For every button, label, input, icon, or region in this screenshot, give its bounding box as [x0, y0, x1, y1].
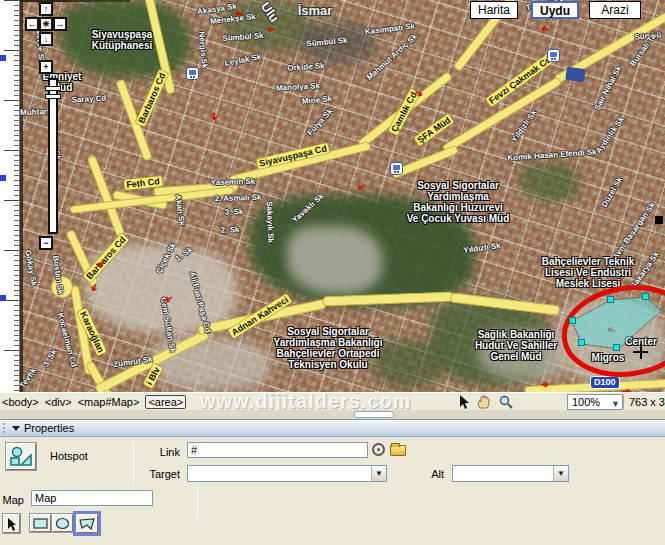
link-label: Link [140, 446, 180, 458]
scrollbar-thumb[interactable] [354, 411, 394, 418]
ruler-mark [0, 295, 6, 301]
pan-left-button[interactable]: ← [25, 17, 39, 31]
app-window: Akasya SkMenekşe SkSümbül SkSümbül SkSüm… [0, 0, 665, 545]
horizontal-scrollbar [0, 410, 665, 419]
hotspot-vertex-handle[interactable] [642, 293, 649, 300]
hotspot-shapes-icon [8, 446, 34, 468]
vertical-ruler [0, 0, 20, 392]
collapse-arrow-icon[interactable] [12, 426, 20, 431]
point-to-file-icon[interactable] [372, 443, 385, 456]
target-value [188, 470, 191, 482]
magnification-select[interactable]: 100% ▼ [567, 394, 623, 410]
panel-grip[interactable] [2, 422, 6, 435]
map-type-button-arazi[interactable]: Arazi [589, 1, 641, 19]
zoom-slider-handle[interactable] [45, 86, 61, 91]
target-label: Target [140, 468, 180, 480]
properties-title: Properties [24, 420, 74, 437]
ruler-mark [0, 55, 6, 61]
properties-header[interactable]: Properties [0, 420, 665, 437]
pan-up-button[interactable]: ↑ [39, 2, 53, 16]
zoom-slider-track[interactable] [48, 78, 58, 234]
divider [133, 442, 134, 484]
pan-down-button[interactable]: ↓ [39, 32, 53, 46]
design-view-canvas[interactable]: Akasya SkMenekşe SkSümbül SkSümbül SkSüm… [20, 0, 665, 392]
map-name-label: Map [0, 494, 24, 506]
alt-value [453, 470, 456, 482]
pointer-hotspot-tool[interactable] [3, 514, 20, 533]
target-select[interactable]: ▼ [187, 465, 387, 482]
tag-selector: <body><div><map#Map><area> [2, 395, 186, 409]
map-type-button-harita[interactable]: Harita [470, 1, 518, 19]
hotspot-vertex-handle[interactable] [607, 296, 614, 303]
hotspot-vertex-handle[interactable] [613, 344, 620, 351]
status-bar: www.dijitalders.com <body><div><map#Map>… [0, 392, 665, 410]
pan-right-button[interactable]: → [53, 17, 67, 31]
map-type-button-uydu[interactable]: Uydu [531, 1, 579, 19]
divider [197, 486, 198, 518]
ruler-mark [0, 175, 6, 181]
browse-folder-icon[interactable] [390, 445, 406, 456]
window-size-indicator[interactable]: 763 x 3 [623, 395, 665, 409]
hotspot-overlay [20, 0, 665, 392]
alt-label: Alt [408, 468, 444, 480]
map-name-input[interactable] [31, 490, 153, 506]
zoom-in-button[interactable]: + [39, 60, 53, 74]
zoom-out-button[interactable]: − [39, 236, 53, 250]
tag-area[interactable]: <area> [145, 395, 186, 409]
hotspot-vertex-handle[interactable] [578, 339, 585, 346]
zoom-tool-icon[interactable] [499, 395, 513, 409]
select-tool-icon[interactable] [459, 395, 470, 409]
crosshair-cursor [633, 344, 648, 359]
hotspot-vertex-handle[interactable] [569, 317, 576, 324]
rectangle-hotspot-tool[interactable] [30, 514, 51, 532]
tag-body[interactable]: <body> [2, 396, 39, 408]
tag-mapMap[interactable]: <map#Map> [78, 396, 140, 408]
alt-select[interactable]: ▼ [452, 465, 569, 482]
link-input[interactable] [187, 442, 368, 458]
chevron-down-icon[interactable]: ▼ [553, 466, 568, 481]
chevron-down-icon: ▼ [611, 397, 620, 411]
magnification-value: 100% [572, 396, 600, 408]
polygon-hotspot-tool[interactable] [76, 514, 98, 533]
hotspot-icon-button[interactable] [6, 443, 36, 470]
chevron-down-icon[interactable]: ▼ [371, 466, 386, 481]
tag-div[interactable]: <div> [45, 396, 72, 408]
oval-hotspot-tool[interactable] [52, 514, 73, 532]
pan-center-button[interactable]: ✳ [39, 17, 53, 31]
hand-tool-icon[interactable] [477, 395, 492, 409]
zoom-slider-tick [45, 94, 61, 99]
image-resize-handle[interactable] [655, 216, 663, 224]
element-type-label: Hotspot [50, 450, 88, 462]
properties-panel: Properties Hotspot Link Target ▼ Alt ▼ M… [0, 420, 665, 545]
